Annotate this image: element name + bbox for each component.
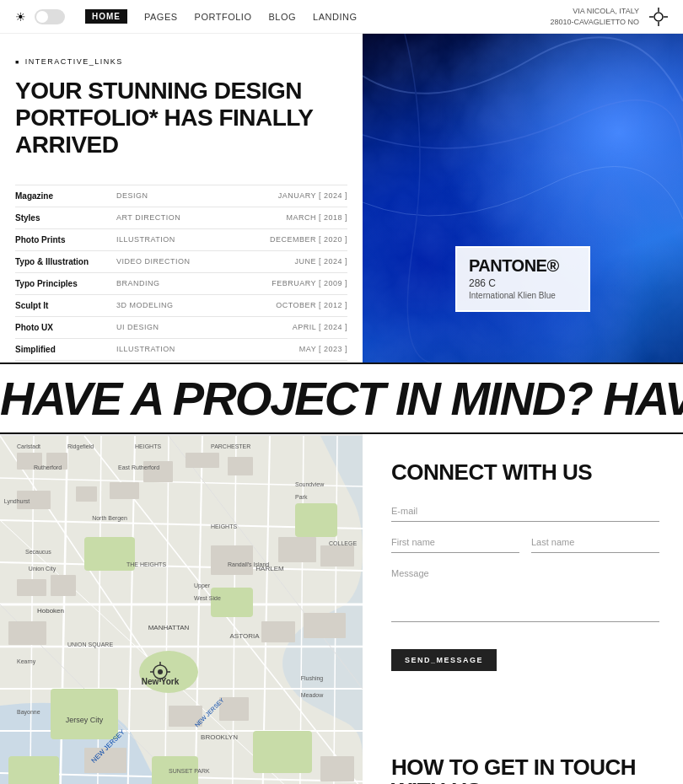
svg-text:East Rutherford: East Rutherford — [118, 464, 159, 470]
svg-rect-49 — [17, 579, 46, 596]
svg-text:BROOKLYN: BROOKLYN — [201, 733, 238, 741]
table-row[interactable]: Typo & Illustration VIDEO DIRECTION JUNE… — [15, 250, 347, 272]
svg-text:Carlstadt: Carlstadt — [17, 443, 40, 449]
table-row[interactable]: Typo Principles BRANDING FEBRUARY [ 2009… — [15, 272, 347, 294]
portfolio-date: MAY [ 2023 ] — [229, 338, 347, 360]
svg-text:Rutherford: Rutherford — [34, 464, 62, 470]
pantone-card: PANTONE® 286 C International Klien Blue — [455, 246, 590, 312]
svg-text:Jersey City: Jersey City — [66, 716, 104, 724]
nav-landing[interactable]: LANDING — [313, 12, 357, 22]
portfolio-name: Sculpt It — [15, 294, 116, 316]
portfolio-name: Typo & Illustration — [15, 250, 116, 272]
svg-text:Secaucus: Secaucus — [25, 549, 51, 555]
svg-text:Upper: Upper — [194, 583, 211, 589]
message-group — [391, 563, 659, 626]
top-section: INTERACTIVE_LINKS YOUR STUNNING DESIGN P… — [0, 34, 683, 362]
table-row[interactable]: Simplified ILLUSTRATION MAY [ 2023 ] — [15, 338, 347, 360]
svg-rect-54 — [8, 621, 46, 645]
map-container[interactable]: New York Jersey City MANHATTAN Hoboken U… — [0, 434, 363, 784]
portfolio-date: JANUARY [ 2024 ] — [229, 185, 347, 207]
touch-section: HOW TO GET IN TOUCH WITH US Lorem ipsum … — [363, 735, 683, 784]
table-row[interactable]: Photo UX UI DESIGN APRIL [ 2024 ] — [15, 316, 347, 338]
pantone-subtitle: International Klien Blue — [469, 291, 577, 300]
svg-text:COLLEGE: COLLEGE — [329, 540, 357, 546]
marquee-text: HAVE A PROJECT IN MIND? HAVE A PROJECT I… — [0, 371, 683, 426]
portfolio-category: ILLUSTRATION — [116, 228, 229, 250]
table-row[interactable]: Styles ART DIRECTION MARCH [ 2018 ] — [15, 207, 347, 228]
svg-point-106 — [158, 669, 163, 674]
portfolio-name: Styles — [15, 207, 116, 228]
right-panel: CONNECT WITH US SEND_MESSAGE HOW TO GET … — [363, 434, 683, 784]
svg-text:Bayonne: Bayonne — [17, 709, 40, 716]
portfolio-name: Typo Principles — [15, 272, 116, 294]
svg-text:Lyndhurst: Lyndhurst — [4, 498, 30, 505]
svg-text:HEIGHTS: HEIGHTS — [135, 443, 161, 449]
table-row[interactable]: Sculpt It 3D MODELING OCTOBER [ 2012 ] — [15, 294, 347, 316]
name-row — [391, 532, 659, 553]
svg-rect-50 — [51, 575, 76, 596]
svg-text:Meadow: Meadow — [301, 692, 324, 698]
svg-text:North Bergen: North Bergen — [92, 515, 127, 522]
svg-rect-37 — [8, 756, 59, 784]
portfolio-date: OCTOBER [ 2012 ] — [229, 294, 347, 316]
pantone-code: 286 C — [469, 277, 577, 289]
svg-rect-45 — [110, 482, 139, 499]
svg-text:SUNSET PARK: SUNSET PARK — [169, 768, 210, 774]
svg-rect-52 — [261, 621, 295, 642]
portfolio-date: APRIL [ 2024 ] — [229, 316, 347, 338]
firstname-input[interactable] — [391, 532, 519, 553]
svg-rect-53 — [304, 613, 346, 638]
portfolio-name: Simplified — [15, 338, 116, 360]
svg-text:HEIGHTS: HEIGHTS — [211, 524, 237, 529]
theme-toggle[interactable] — [35, 9, 65, 24]
nav-portfolio[interactable]: PORTFOLIO — [195, 12, 252, 22]
svg-rect-47 — [278, 537, 316, 562]
svg-text:THE HEIGHTS: THE HEIGHTS — [126, 561, 166, 567]
svg-rect-36 — [295, 503, 337, 537]
portfolio-date: DECEMBER [ 2020 ] — [229, 228, 347, 250]
portfolio-category: VIDEO DIRECTION — [116, 250, 229, 272]
portfolio-date: MARCH [ 2018 ] — [229, 207, 347, 228]
svg-rect-48 — [320, 545, 354, 567]
portfolio-name: Photo Prints — [15, 228, 116, 250]
pantone-name: PANTONE® — [469, 256, 577, 276]
svg-text:Randall's Island: Randall's Island — [228, 561, 269, 567]
main-nav: HOME PAGES PORTFOLIO BLOG LANDING — [85, 9, 357, 24]
svg-rect-51 — [211, 545, 253, 575]
email-input[interactable] — [391, 501, 659, 522]
svg-text:Hoboken: Hoboken — [37, 607, 64, 615]
bottom-section: New York Jersey City MANHATTAN Hoboken U… — [0, 434, 683, 784]
left-content: INTERACTIVE_LINKS YOUR STUNNING DESIGN P… — [0, 34, 363, 362]
send-button[interactable]: SEND_MESSAGE — [391, 649, 497, 671]
nav-pages[interactable]: PAGES — [144, 12, 178, 22]
svg-point-0 — [654, 13, 663, 21]
svg-text:Kearny: Kearny — [17, 658, 36, 665]
contact-section: CONNECT WITH US SEND_MESSAGE — [363, 434, 683, 735]
svg-text:PARCHESTER: PARCHESTER — [211, 443, 250, 449]
svg-text:Ridgefield: Ridgefield — [67, 443, 94, 450]
connect-title: CONNECT WITH US — [391, 459, 659, 486]
table-row[interactable]: Photo Prints ILLUSTRATION DECEMBER [ 202… — [15, 228, 347, 250]
message-input[interactable] — [391, 563, 659, 622]
crosshair-icon[interactable] — [649, 8, 668, 26]
nav-home[interactable]: HOME — [85, 9, 127, 24]
email-group — [391, 501, 659, 522]
portfolio-table: Magazine DESIGN JANUARY [ 2024 ] Styles … — [15, 185, 347, 361]
portfolio-category: DESIGN — [116, 185, 229, 207]
lastname-input[interactable] — [531, 532, 659, 553]
marquee-section: HAVE A PROJECT IN MIND? HAVE A PROJECT I… — [0, 362, 683, 434]
touch-title: HOW TO GET IN TOUCH WITH US — [391, 755, 659, 784]
table-row[interactable]: Magazine DESIGN JANUARY [ 2024 ] — [15, 185, 347, 207]
header-address: VIA NICOLA, ITALY 28010-CAVAGLIETTO NO — [550, 6, 639, 27]
svg-text:ASTORIA: ASTORIA — [230, 632, 261, 640]
portfolio-name: Photo UX — [15, 316, 116, 338]
svg-rect-32 — [211, 588, 253, 617]
svg-text:Soundview: Soundview — [295, 481, 325, 487]
portfolio-date: JUNE [ 2024 ] — [229, 250, 347, 272]
svg-rect-44 — [76, 486, 97, 502]
svg-text:Union City: Union City — [29, 566, 56, 572]
hero-title: YOUR STUNNING DESIGN PORTFOLIO* HAS FINA… — [15, 78, 347, 159]
nav-blog[interactable]: BLOG — [268, 12, 296, 22]
portfolio-name: Magazine — [15, 185, 116, 207]
interactive-label: INTERACTIVE_LINKS — [15, 57, 347, 66]
